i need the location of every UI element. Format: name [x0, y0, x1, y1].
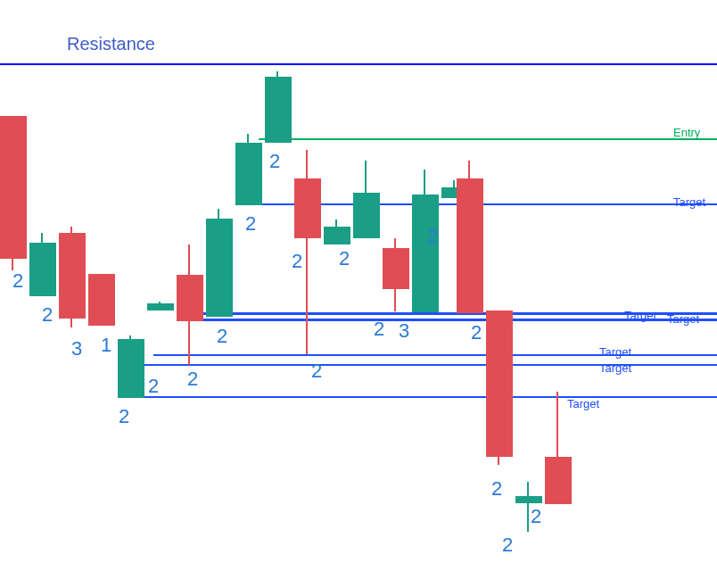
bar-count-label: 2 [148, 375, 159, 398]
candle-body [265, 77, 292, 143]
candle-body [235, 143, 262, 205]
bar-count-label: 2 [245, 212, 256, 236]
candle-body [457, 178, 483, 313]
candle-body [353, 193, 380, 238]
bar-count-label: 2 [269, 150, 280, 173]
candle-body [88, 274, 115, 326]
candle-body [383, 248, 409, 289]
bar-count-label: 1 [101, 334, 111, 357]
bar-count-label: 3 [71, 337, 82, 360]
level-label-target1: Target [673, 195, 705, 209]
candle-body [59, 233, 86, 319]
candle-body [515, 496, 542, 503]
level-line-target2b [182, 319, 717, 321]
bar-count-label: 2 [292, 250, 302, 273]
candle-body [147, 303, 174, 311]
bar-count-label: 2 [187, 368, 198, 391]
candle-body [118, 339, 144, 398]
candle-body [324, 227, 350, 244]
bar-count-label: 2 [119, 405, 129, 428]
candle-body [0, 116, 27, 259]
level-line-entry [259, 138, 717, 140]
level-label-target5: Target [567, 397, 599, 410]
level-label-entry: Entry [673, 126, 700, 139]
level-line-resistance [0, 63, 717, 65]
level-line-target3 [153, 354, 717, 356]
bar-count-label: 2 [502, 534, 513, 557]
candle-body [294, 178, 321, 238]
level-label-resistance: Resistance [67, 34, 155, 54]
bar-count-label: 2 [491, 477, 502, 501]
candle-body [545, 457, 572, 504]
candle-wick [527, 482, 529, 532]
bar-count-label: 2 [374, 318, 384, 341]
level-label-target2b: Target [667, 312, 699, 326]
candle-body [412, 195, 439, 312]
bar-count-label: 2 [531, 505, 541, 528]
candle-body [177, 275, 203, 321]
candle-body [206, 219, 233, 317]
bar-count-label: 2 [311, 360, 322, 383]
bar-count-label: 2 [471, 321, 482, 344]
level-line-target5 [123, 396, 717, 398]
candle-body [486, 311, 513, 457]
level-label-target4: Target [599, 361, 631, 375]
bar-count-label: 2 [339, 247, 350, 270]
bar-count-label: 2 [12, 269, 23, 293]
bar-count-label: 2 [427, 225, 438, 248]
bar-count-label: 3 [399, 319, 409, 343]
level-label-target3: Target [599, 345, 631, 359]
candle-body [29, 243, 56, 296]
candlestick-chart[interactable]: ResistanceEntryTargetTargetTargetTargetT… [0, 0, 717, 588]
bar-count-label: 2 [42, 303, 53, 327]
bar-count-label: 2 [217, 325, 227, 348]
